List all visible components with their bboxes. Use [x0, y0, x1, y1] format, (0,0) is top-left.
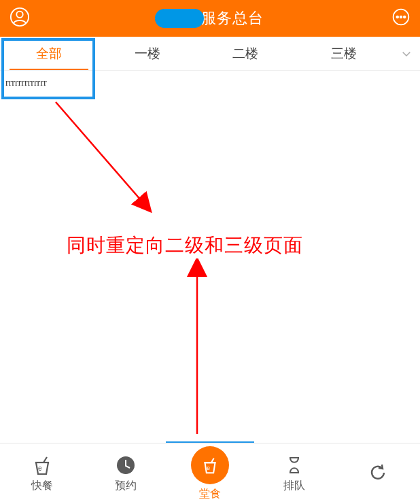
floor-tabs: 全部 一楼 二楼 三楼 — [0, 37, 420, 71]
svg-point-4 — [400, 16, 402, 18]
page-title: 服务总台 — [158, 8, 264, 29]
bottom-nav: e 快餐 预约 e 堂食 排队 — [0, 443, 420, 504]
nav-label: 排队 — [283, 479, 305, 493]
svg-point-5 — [404, 16, 406, 18]
nav-fastfood[interactable]: e 快餐 — [0, 454, 84, 493]
cup-icon-active: e — [191, 446, 229, 484]
hourglass-icon — [283, 454, 305, 476]
svg-point-3 — [396, 16, 398, 18]
nav-label: 预约 — [115, 479, 137, 493]
cup-icon: e — [31, 454, 53, 476]
annotation-arrow-down — [53, 99, 162, 235]
tab-floor3[interactable]: 三楼 — [295, 37, 393, 70]
tab-floor1[interactable]: 一楼 — [99, 37, 197, 70]
nav-dinein[interactable]: e 堂食 — [168, 446, 252, 501]
svg-text:e: e — [38, 465, 42, 472]
user-icon[interactable] — [10, 7, 30, 30]
nav-queue[interactable]: 排队 — [252, 454, 336, 493]
svg-line-6 — [56, 102, 145, 205]
annotation-arrow-up — [183, 258, 224, 442]
tab-all[interactable]: 全部 — [0, 37, 99, 70]
nav-label: 堂食 — [199, 487, 221, 501]
title-text: 服务总台 — [201, 8, 264, 29]
nav-reserve[interactable]: 预约 — [84, 454, 169, 493]
app-header: 服务总台 — [0, 0, 420, 37]
refresh-icon — [367, 462, 389, 484]
tab-label: 三楼 — [331, 45, 357, 63]
svg-text:e: e — [207, 465, 210, 471]
nav-label: 快餐 — [31, 479, 53, 493]
title-logo-mark — [155, 9, 204, 28]
chevron-down-icon[interactable] — [393, 37, 420, 70]
nav-refresh[interactable] — [336, 462, 420, 486]
tab-label: 二楼 — [232, 45, 258, 63]
tab-label: 全部 — [36, 45, 62, 63]
svg-point-1 — [16, 12, 22, 18]
annotation-text: 同时重定向二级和三级页面 — [67, 233, 303, 258]
clock-icon — [115, 454, 137, 476]
tab-floor2[interactable]: 二楼 — [196, 37, 295, 70]
more-icon[interactable] — [391, 7, 410, 29]
tab-label: 一楼 — [135, 45, 160, 63]
sub-content-text: rrrrrrrrrrrrr — [5, 78, 47, 88]
